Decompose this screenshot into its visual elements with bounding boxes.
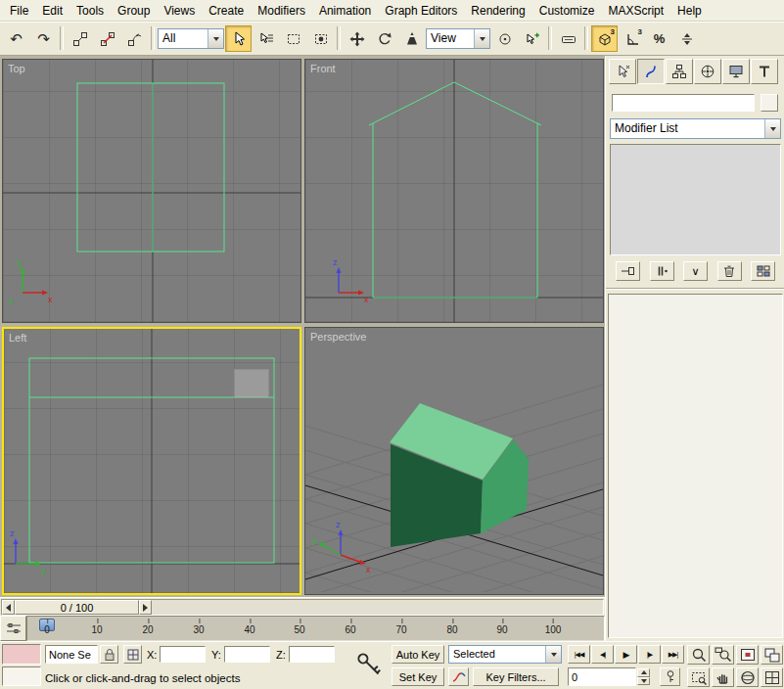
rectangular-selection-region-button[interactable] [280,25,306,52]
timeline-ruler[interactable]: 0 10 20 30 40 50 60 70 80 90 100 [26,616,605,641]
object-name-field[interactable] [612,94,755,112]
show-end-result-button[interactable] [650,261,674,281]
z-coordinate-input[interactable] [290,647,334,662]
next-frame-arrow-button[interactable] [139,600,152,615]
set-keys-button[interactable] [352,644,388,686]
modifier-list-dropdown[interactable]: Modifier List [610,118,781,139]
tab-utilities[interactable] [751,59,778,84]
select-and-move-button[interactable] [344,25,370,52]
make-unique-button[interactable]: ∨ [683,261,708,281]
tab-create[interactable] [609,59,636,84]
menu-group[interactable]: Group [111,1,157,21]
pan-button[interactable] [712,667,734,687]
zoom-extents-button[interactable] [736,645,759,665]
select-object-button[interactable] [225,25,252,52]
previous-frame-arrow-button[interactable] [2,600,15,615]
menu-help[interactable]: Help [670,1,709,21]
previous-frame-button[interactable]: ◀| [591,645,614,664]
select-by-name-button[interactable] [253,25,279,52]
spinner-up-button[interactable] [637,668,650,677]
open-mini-curve-editor-button[interactable] [0,616,26,641]
tab-motion[interactable] [694,59,721,84]
menu-graph-editors[interactable]: Graph Editors [378,1,464,21]
chevron-down-icon[interactable] [208,29,223,48]
menu-customize[interactable]: Customize [532,1,602,21]
zoom-button[interactable] [687,645,710,665]
viewport-front[interactable]: Front z x [304,59,604,323]
go-to-end-button[interactable]: ▶▶| [662,645,684,664]
x-coordinate-input[interactable] [161,647,205,662]
angle-snap-toggle-button[interactable]: 3 [619,25,645,52]
viewport-top[interactable]: Top y x z [2,59,301,323]
current-frame-field[interactable] [568,667,636,686]
selection-lock-toggle-button[interactable] [100,645,118,664]
remove-modifier-button[interactable] [717,261,742,281]
menu-create[interactable]: Create [202,1,251,21]
bind-to-space-warp-button[interactable] [121,25,148,52]
menu-tools[interactable]: Tools [69,1,111,21]
house-model[interactable] [390,403,529,547]
percent-snap-toggle-button[interactable]: % [646,25,672,52]
keyboard-shortcut-override-button[interactable] [555,25,581,52]
x-coordinate-field[interactable] [160,646,206,663]
select-and-link-button[interactable] [67,25,93,52]
tab-hierarchy[interactable] [666,59,693,84]
zoom-extents-all-button[interactable] [761,645,783,665]
current-frame-input[interactable] [569,668,635,685]
chevron-down-icon[interactable] [764,119,780,138]
viewport-left-label[interactable]: Left [9,332,26,344]
key-mode-dropdown[interactable]: Selected [448,645,562,664]
menu-edit[interactable]: Edit [35,1,69,21]
set-key-button[interactable]: Set Key [392,667,444,686]
tab-modify[interactable] [637,59,665,84]
selection-filter-dropdown[interactable]: All [158,28,224,49]
zoom-region-button[interactable] [687,667,710,687]
pin-stack-button[interactable] [616,261,640,281]
modifier-stack-list[interactable] [610,144,781,255]
select-and-scale-button[interactable] [398,25,425,52]
maxscript-mini-listener-white[interactable] [2,666,41,686]
undo-button[interactable]: ↶ [3,25,29,52]
menu-file[interactable]: File [3,1,35,21]
configure-modifier-sets-button[interactable] [751,261,775,281]
y-coordinate-field[interactable] [224,646,270,663]
auto-key-button[interactable]: Auto Key [392,645,444,664]
arc-rotate-button[interactable] [736,667,759,687]
default-tangents-button[interactable] [448,667,469,686]
viewport-perspective[interactable]: Perspective [304,327,604,595]
window-crossing-toggle-button[interactable] [307,25,334,52]
named-selection-set-field[interactable]: None Se [45,645,98,664]
select-and-rotate-button[interactable] [371,25,397,52]
key-filters-button[interactable]: Key Filters... [473,667,559,686]
menu-rendering[interactable]: Rendering [464,1,531,21]
viewport-front-label[interactable]: Front [310,63,336,74]
unlink-selection-button[interactable] [94,25,120,52]
key-mode-toggle-button[interactable] [660,667,680,686]
use-pivot-point-center-button[interactable] [491,25,518,52]
viewport-perspective-label[interactable]: Perspective [310,331,366,343]
menu-views[interactable]: Views [157,1,202,21]
chevron-down-icon[interactable] [474,29,489,48]
time-slider-handle[interactable]: 0 / 100 [15,600,139,615]
spinner-snap-toggle-button[interactable] [673,25,700,52]
redo-button[interactable]: ↷ [30,25,57,52]
next-frame-button[interactable]: |▶ [638,645,661,664]
maxscript-mini-listener-pink[interactable] [2,644,41,665]
maximize-viewport-toggle-button[interactable] [761,667,783,687]
house-wireframe-front[interactable] [369,82,541,298]
viewport-left[interactable]: Left z y [2,327,301,595]
menu-modifiers[interactable]: Modifiers [251,1,312,21]
zoom-all-button[interactable] [712,645,734,665]
reference-coordsys-dropdown[interactable]: View [426,28,490,49]
snaps-toggle-button[interactable]: 3 [591,25,618,52]
chevron-down-icon[interactable] [545,646,561,663]
y-coordinate-input[interactable] [225,647,269,662]
z-coordinate-field[interactable] [289,646,335,663]
menu-animation[interactable]: Animation [312,1,378,21]
time-slider-track[interactable]: 0 / 100 [1,599,604,616]
select-and-manipulate-button[interactable] [519,25,545,52]
object-color-swatch[interactable] [761,94,778,112]
play-animation-button[interactable]: ▶ [615,645,637,664]
go-to-start-button[interactable]: |◀◀ [568,645,590,664]
menu-maxscript[interactable]: MAXScript [601,1,670,21]
